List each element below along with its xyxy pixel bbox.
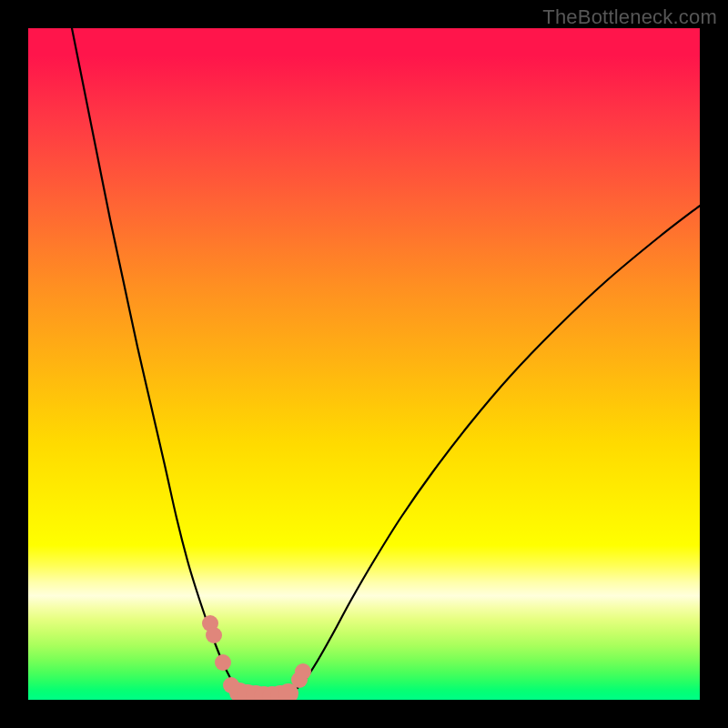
left-branch-curve (72, 28, 269, 698)
chart-frame: TheBottleneck.com (0, 0, 728, 728)
right-branch-curve (269, 206, 700, 698)
curve-marker (215, 654, 231, 671)
curve-marker (206, 627, 222, 643)
watermark-text: TheBottleneck.com (542, 5, 717, 29)
marker-group (202, 615, 311, 700)
curve-marker (295, 663, 311, 680)
plot-area (28, 28, 700, 700)
curve-layer (28, 28, 700, 700)
